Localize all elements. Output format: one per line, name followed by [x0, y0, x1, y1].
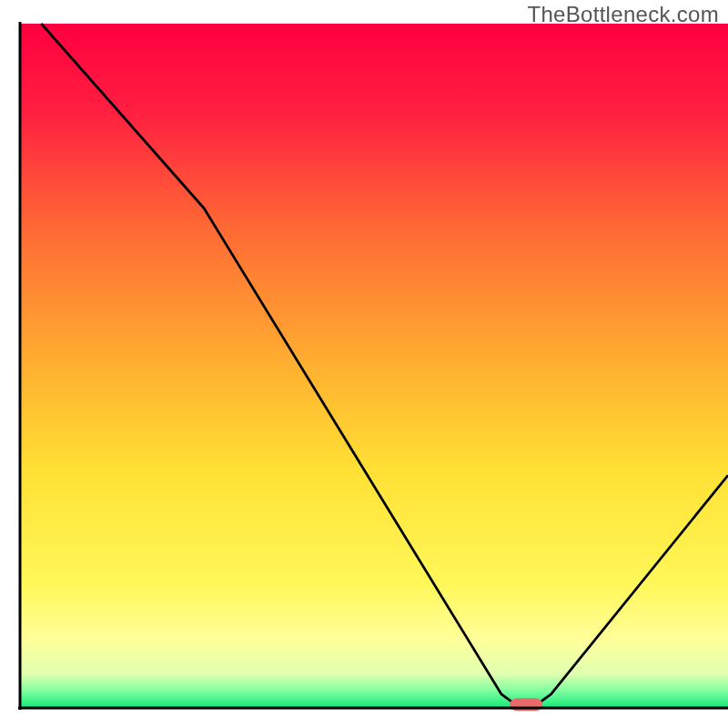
chart-container: TheBottleneck.com: [0, 0, 728, 728]
watermark-text: TheBottleneck.com: [527, 2, 719, 27]
bottleneck-chart: [0, 0, 728, 728]
